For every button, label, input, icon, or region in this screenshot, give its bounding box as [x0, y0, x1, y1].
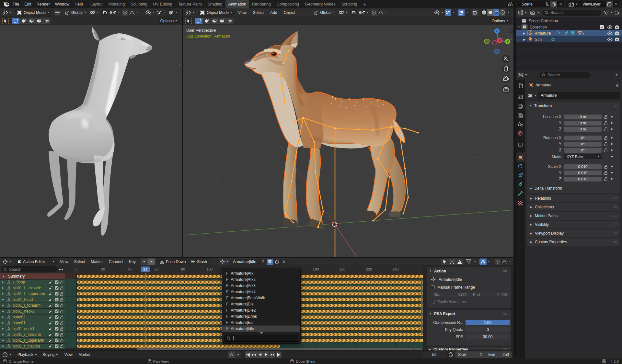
svg-text:52: 52 — [144, 268, 148, 271]
svg-text:60: 60 — [155, 267, 158, 271]
svg-text:2: 2 — [582, 33, 584, 36]
svg-text:›: › — [1, 63, 2, 67]
svg-text:Y: Y — [507, 40, 509, 43]
svg-text:180: 180 — [313, 267, 319, 271]
svg-text:X: X — [499, 39, 501, 42]
svg-text:100: 100 — [207, 267, 213, 271]
svg-text:‹: ‹ — [179, 63, 180, 67]
svg-text:80: 80 — [181, 267, 185, 271]
svg-text:(52) Collection | Armature: (52) Collection | Armature — [186, 34, 230, 39]
svg-text:200: 200 — [340, 267, 345, 271]
svg-text:‹: ‹ — [510, 29, 511, 32]
svg-text:220: 220 — [366, 267, 372, 271]
svg-text:User Perspective: User Perspective — [186, 28, 216, 33]
svg-text:0: 0 — [75, 267, 77, 271]
svg-text:40: 40 — [128, 267, 132, 271]
svg-text:20: 20 — [101, 267, 105, 271]
svg-text:›: › — [184, 63, 185, 67]
svg-text:‹: ‹ — [511, 37, 512, 41]
svg-text:240: 240 — [393, 267, 398, 271]
svg-text:Z: Z — [496, 29, 498, 33]
